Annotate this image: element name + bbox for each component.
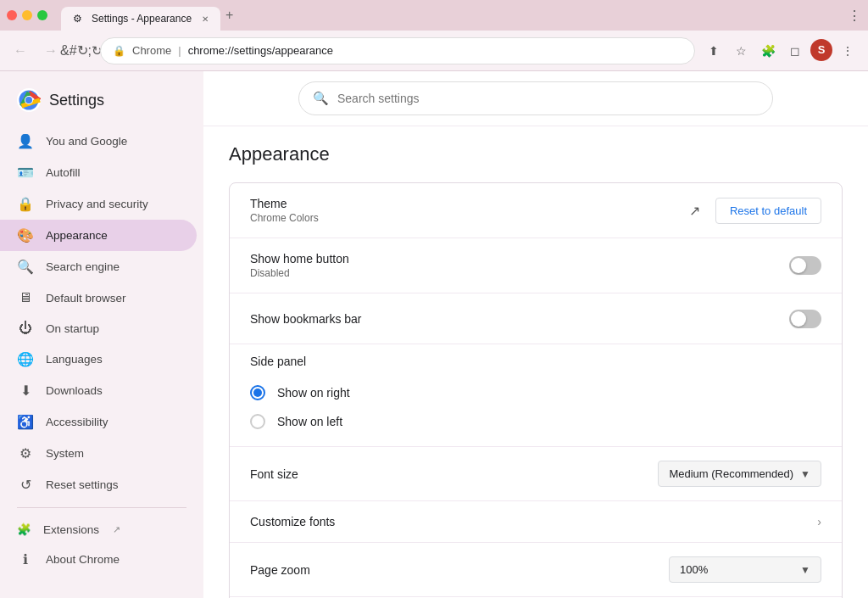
search-input[interactable] — [337, 92, 759, 105]
theme-external-link-icon[interactable]: ↗ — [689, 203, 700, 219]
theme-title: Theme — [250, 197, 689, 210]
sidebar-label-reset-settings: Reset settings — [46, 478, 119, 491]
languages-icon: 🌐 — [17, 351, 34, 367]
url-bar[interactable]: 🔒 Chrome | chrome://settings/appearance — [100, 37, 695, 64]
font-size-select[interactable]: Medium (Recommended) ▼ — [658, 461, 821, 487]
sidebar-divider — [17, 507, 186, 508]
side-panel-left-option[interactable]: Show on left — [250, 407, 821, 436]
bookmark-button[interactable]: ☆ — [729, 39, 753, 63]
radio-show-on-left-label: Show on left — [277, 415, 342, 428]
sidebar-item-languages[interactable]: 🌐 Languages — [0, 344, 197, 375]
customize-fonts-title: Customize fonts — [250, 515, 335, 528]
chrome-menu-button[interactable]: ⋮ — [836, 39, 860, 63]
new-tab-button[interactable]: + — [220, 8, 238, 23]
theme-row: Theme Chrome Colors ↗ Reset to default — [230, 183, 842, 238]
tab-bar: ⚙ Settings - Appearance ✕ + — [61, 0, 238, 31]
home-button-toggle[interactable] — [789, 256, 821, 275]
sidebar-label-privacy-security: Privacy and security — [46, 198, 148, 210]
tab-close-button[interactable]: ✕ — [202, 14, 209, 24]
home-button-title: Show home button — [250, 252, 789, 265]
sidebar-item-search-engine[interactable]: 🔍 Search engine — [0, 251, 197, 282]
person-icon: 👤 — [17, 133, 34, 149]
sidebar-item-reset-settings[interactable]: ↺ Reset settings — [0, 469, 197, 500]
bookmarks-bar-title: Show bookmarks bar — [250, 312, 789, 326]
settings-card: Theme Chrome Colors ↗ Reset to default S… — [229, 182, 843, 598]
reset-to-default-button[interactable]: Reset to default — [715, 198, 821, 224]
home-button-row: Show home button Disabled — [230, 238, 842, 293]
theme-actions: ↗ Reset to default — [689, 198, 821, 224]
sidebar-item-default-browser[interactable]: 🖥 Default browser — [0, 282, 197, 313]
bookmarks-bar-toggle-wrap — [789, 310, 821, 328]
sidebar-item-system[interactable]: ⚙ System — [0, 438, 197, 469]
font-size-action: Medium (Recommended) ▼ — [658, 461, 821, 487]
external-link-icon: ↗ — [113, 524, 120, 535]
customize-fonts-row[interactable]: Customize fonts › — [230, 501, 842, 543]
customize-fonts-arrow-icon: › — [817, 515, 821, 528]
sidebar-item-privacy-security[interactable]: 🔒 Privacy and security — [0, 188, 197, 220]
page-zoom-select[interactable]: 100% ▼ — [669, 556, 821, 583]
sidebar-item-autofill[interactable]: 🪪 Autofill — [0, 157, 197, 188]
sidebar-item-downloads[interactable]: ⬇ Downloads — [0, 375, 197, 406]
theme-subtitle: Chrome Colors — [250, 212, 689, 224]
svg-point-3 — [25, 97, 32, 103]
sidebar-item-appearance[interactable]: 🎨 Appearance — [0, 220, 197, 251]
sidebar-label-appearance: Appearance — [46, 229, 108, 242]
sidebar-item-about-chrome[interactable]: ℹ About Chrome — [0, 544, 197, 575]
share-button[interactable]: ⬆ — [702, 39, 726, 63]
sidebar-item-you-and-google[interactable]: 👤 You and Google — [0, 126, 197, 157]
font-size-info: Font size — [250, 467, 658, 481]
search-icon: 🔍 — [313, 91, 329, 106]
system-icon: ⚙ — [17, 445, 34, 461]
side-panel-title: Side panel — [250, 355, 821, 368]
page-zoom-row: Page zoom 100% ▼ — [230, 543, 842, 597]
sidebar-label-default-browser: Default browser — [46, 292, 126, 305]
profile-avatar[interactable]: S — [810, 39, 832, 61]
traffic-lights — [7, 10, 47, 20]
forward-button[interactable]: → — [39, 39, 63, 63]
lock-icon: 🔒 — [113, 45, 125, 57]
sidebar-label-about-chrome: About Chrome — [46, 553, 120, 566]
sidebar-item-accessibility[interactable]: ♿ Accessibility — [0, 406, 197, 438]
search-bar[interactable]: 🔍 — [298, 81, 773, 115]
sidebar: Settings 👤 You and Google 🪪 Autofill 🔒 P… — [0, 71, 203, 598]
addressbar-actions: ⬆ ☆ 🧩 ◻ S ⋮ — [702, 39, 860, 63]
addressbar: ← → &#↻;↻ 🔒 Chrome | chrome://settings/a… — [0, 31, 868, 71]
page-zoom-value: 100% — [680, 563, 708, 576]
titlebar: ⚙ Settings - Appearance ✕ + ⋮ — [0, 0, 868, 31]
close-button[interactable] — [7, 10, 17, 20]
sidebar-item-on-startup[interactable]: ⏻ On startup — [0, 313, 197, 344]
chrome-logo-icon — [17, 88, 41, 112]
sidebar-item-extensions[interactable]: 🧩 Extensions ↗ — [0, 515, 203, 544]
sidebar-label-accessibility: Accessibility — [46, 416, 108, 428]
page-zoom-info: Page zoom — [250, 563, 669, 577]
downloads-icon: ⬇ — [17, 383, 34, 399]
window-button[interactable]: ◻ — [783, 39, 807, 63]
sidebar-label-autofill: Autofill — [46, 166, 81, 179]
side-panel-right-option[interactable]: Show on right — [250, 378, 821, 407]
page-title: Appearance — [203, 126, 868, 165]
font-size-chevron-icon: ▼ — [800, 468, 810, 480]
font-size-title: Font size — [250, 467, 658, 481]
radio-show-on-right[interactable] — [250, 385, 265, 400]
minimize-button[interactable] — [22, 10, 32, 20]
radio-show-on-left[interactable] — [250, 414, 265, 429]
extension-puzzle-button[interactable]: 🧩 — [756, 39, 780, 63]
home-button-toggle-wrap — [789, 256, 821, 275]
chrome-menu-icon[interactable]: ⋮ — [848, 8, 861, 24]
maximize-button[interactable] — [37, 10, 47, 20]
font-size-value: Medium (Recommended) — [669, 467, 793, 480]
app-layout: Settings 👤 You and Google 🪪 Autofill 🔒 P… — [0, 71, 868, 598]
bookmarks-bar-row: Show bookmarks bar — [230, 293, 842, 344]
active-tab[interactable]: ⚙ Settings - Appearance ✕ — [61, 7, 220, 31]
reload-button[interactable]: &#↻;↻ — [70, 39, 93, 63]
titlebar-right: ⋮ — [848, 8, 861, 24]
font-size-row: Font size Medium (Recommended) ▼ — [230, 447, 842, 501]
bookmarks-bar-toggle[interactable] — [789, 310, 821, 328]
sidebar-label-system: System — [46, 447, 84, 460]
sidebar-title: Settings — [49, 92, 104, 109]
tab-title: Settings - Appearance — [92, 13, 192, 25]
back-button[interactable]: ← — [8, 39, 32, 63]
url-path: chrome://settings/appearance — [188, 44, 333, 57]
home-button-info: Show home button Disabled — [250, 252, 789, 279]
sidebar-header: Settings — [0, 81, 203, 126]
